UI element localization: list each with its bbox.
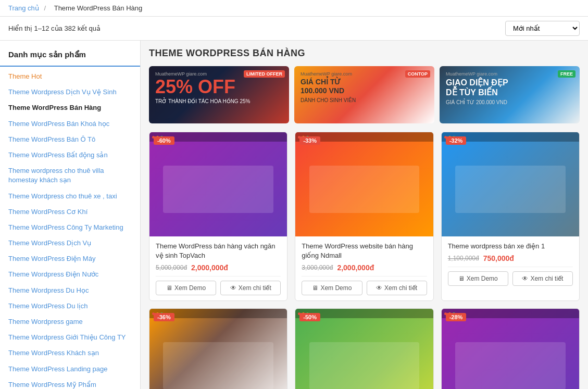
price-new-2: 750,000đ	[483, 254, 514, 262]
discount-badge-2: -32%	[446, 136, 467, 145]
monitor-icon-1: 🖥	[312, 284, 318, 292]
sidebar-item-dich-vu[interactable]: Theme WordPress Dịch Vụ	[0, 235, 140, 251]
product-actions-0: 🖥 Xem Demo 👁 Xem chi tiết	[156, 276, 281, 295]
sidebar-item-bat-dong-san[interactable]: Theme WordPress Bất động sản	[0, 147, 140, 163]
price-old-0: 5,000,000đ	[156, 264, 187, 271]
sidebar-item-villa-homestay[interactable]: Theme wordpress cho thuê villa homestay …	[0, 163, 140, 188]
sidebar-item-dien-may[interactable]: Theme WordPress Điện Máy	[0, 251, 140, 267]
product-card-0[interactable]: -60% Theme WordPress bán hàng vách ngăn …	[149, 132, 287, 301]
product-actions-2: 🖥 Xem Demo 👁 Xem chi tiết	[448, 267, 573, 286]
monitor-icon-0: 🖥	[166, 284, 172, 292]
sidebar: Danh mục sản phẩm Theme Hot Theme Wordpr…	[0, 41, 141, 389]
top-bar: Hiển thị 1–12 của 382 kết quả Mới nhất G…	[0, 17, 588, 41]
sidebar-item-khach-san[interactable]: Theme WordPress Khách sạn	[0, 345, 140, 361]
products-grid: -60% Theme WordPress bán hàng vách ngăn …	[149, 132, 580, 389]
breadcrumb-current: Theme WordPress Bán Hàng	[54, 4, 143, 12]
product-price-2: 1,100,000đ 750,000đ	[448, 254, 573, 262]
breadcrumb-home[interactable]: Trang chủ	[8, 4, 39, 12]
discount-badge-0: -60%	[154, 136, 174, 145]
content-area: THEME WORDPRESS BÁN HÀNG MuathemeWP giar…	[141, 41, 588, 389]
btn-demo-0[interactable]: 🖥 Xem Demo	[156, 281, 216, 295]
product-name-1: Theme WordPress website bán hàng giống N…	[302, 242, 427, 260]
banner-2-big-text: GIÁ CHỈ TỪ100.000 VND	[301, 78, 428, 95]
sidebar-item-dien-nuoc[interactable]: Theme Wordpress Điện Nước	[0, 267, 140, 282]
product-price-0: 5,000,000đ 2,000,000đ	[156, 263, 281, 272]
page-title: THEME WORDPRESS BÁN HÀNG	[149, 48, 580, 59]
sidebar-item-ban-khoa-hoc[interactable]: Theme WordPress Bán Khoá học	[0, 116, 140, 132]
banner-2-sub: DÀNH CHO SINH VIÊN	[301, 97, 428, 103]
monitor-icon-2: 🖥	[458, 275, 465, 282]
banner-3-site: MuathemeWP giare.com	[446, 71, 573, 77]
sidebar-item-du-lich[interactable]: Theme WordPress Du lịch	[0, 298, 140, 314]
product-name-2: Theme wordpress bán xe điện 1	[448, 242, 573, 251]
product-image-5: -28%	[442, 309, 579, 389]
sidebar-title: Danh mục sản phẩm	[0, 46, 140, 67]
btn-demo-1[interactable]: 🖥 Xem Demo	[302, 281, 362, 295]
product-info-2: Theme wordpress bán xe điện 1 1,100,000đ…	[442, 236, 579, 291]
banner-1[interactable]: MuathemeWP giare.com 25% OFF TRỞ THÀNH Đ…	[149, 66, 289, 123]
eye-icon-2: 👁	[522, 275, 528, 282]
sort-select[interactable]: Mới nhất Giá tăng dần Giá giảm dần Phổ b…	[505, 21, 580, 36]
btn-detail-2[interactable]: 👁 Xem chi tiết	[512, 271, 573, 286]
product-price-1: 3,000,000đ 2,000,000đ	[302, 263, 427, 272]
product-card-2[interactable]: -32% Theme wordpress bán xe điện 1 1,100…	[441, 132, 580, 301]
banner-3-sub: GIÁ CHỈ TỪ 200.000 VND	[446, 99, 573, 105]
product-card-4[interactable]: -50% Theme WordPress bán hàng nông sản V…	[295, 308, 433, 389]
banner-1-badge: LIMITED OFFER	[244, 70, 285, 78]
sidebar-item-ban-hang[interactable]: Theme WordPress Bán Hàng	[0, 100, 140, 116]
product-image-3: -36%	[149, 309, 287, 389]
sidebar-item-game[interactable]: Theme Wordpress game	[0, 314, 140, 330]
sidebar-item-marketing[interactable]: Theme WordPress Công Ty Marketing	[0, 220, 140, 235]
price-old-1: 3,000,000đ	[302, 264, 333, 271]
btn-detail-0[interactable]: 👁 Xem chi tiết	[220, 281, 281, 295]
banner-1-sub: TRỞ THÀNH ĐỐI TÁC HOA HỒNG 25%	[155, 98, 283, 104]
discount-badge-1: -33%	[299, 136, 320, 145]
product-actions-1: 🖥 Xem Demo 👁 Xem chi tiết	[302, 276, 427, 295]
product-card-3[interactable]: -36% Theme WordPress nội thất hiện đại 1…	[149, 308, 287, 389]
price-new-0: 2,000,000đ	[191, 263, 228, 272]
product-image-0: -60%	[149, 132, 287, 236]
sidebar-item-ban-o-to[interactable]: Theme WordPress Bán Ô Tô	[0, 132, 140, 147]
breadcrumb-separator: /	[44, 4, 46, 12]
result-info: Hiển thị 1–12 của 382 kết quả	[8, 24, 101, 32]
banners-row: MuathemeWP giare.com 25% OFF TRỞ THÀNH Đ…	[149, 66, 580, 123]
discount-badge-4: -50%	[299, 313, 320, 321]
product-image-2: -32%	[442, 132, 579, 236]
product-card-5[interactable]: -28% Theme WordPress bán đồ ăn Nhật chuẩ…	[441, 308, 580, 389]
product-card-1[interactable]: -33% Theme WordPress website bán hàng gi…	[295, 132, 433, 301]
product-info-0: Theme WordPress bán hàng vách ngăn vệ si…	[149, 236, 287, 300]
eye-icon-1: 👁	[376, 284, 382, 292]
price-new-1: 2,000,000đ	[337, 263, 374, 272]
banner-3[interactable]: MuathemeWP giare.com GIAO DIỆN ĐẸPDỄ TÙY…	[440, 66, 580, 123]
sidebar-item-gioi-thieu-cong-ty[interactable]: Theme Wordpress Giới Thiệu Công TY	[0, 330, 140, 345]
main-layout: Danh mục sản phẩm Theme Hot Theme Wordpr…	[0, 41, 588, 389]
banner-2[interactable]: MuathemeWP giare.com GIÁ CHỈ TỪ100.000 V…	[294, 66, 434, 123]
sidebar-item-my-pham[interactable]: Theme WordPress Mỹ Phẩm	[0, 377, 140, 389]
sidebar-item-theme-hot[interactable]: Theme Hot	[0, 69, 140, 84]
sidebar-item-cho-thue-xe[interactable]: Theme Wordpress cho thuê xe , taxi	[0, 189, 140, 204]
banner-3-big-text: GIAO DIỆN ĐẸPDỄ TÙY BIẾN	[446, 78, 573, 97]
banner-2-badge: CONTOP	[405, 70, 430, 78]
breadcrumb: Trang chủ / Theme WordPress Bán Hàng	[0, 0, 588, 17]
price-old-2: 1,100,000đ	[448, 255, 479, 262]
product-name-0: Theme WordPress bán hàng vách ngăn vệ si…	[156, 242, 281, 260]
discount-badge-5: -28%	[446, 313, 467, 321]
sidebar-item-dich-vu-ve-sinh[interactable]: Theme Wordpress Dịch Vụ Vệ Sinh	[0, 84, 140, 100]
sidebar-item-du-hoc[interactable]: Theme Wordpress Du Học	[0, 283, 140, 298]
btn-demo-2[interactable]: 🖥 Xem Demo	[448, 271, 508, 286]
sidebar-item-landing-page[interactable]: Theme WordPress Landing page	[0, 361, 140, 377]
product-info-1: Theme WordPress website bán hàng giống N…	[295, 236, 433, 300]
eye-icon-0: 👁	[230, 284, 236, 292]
product-image-1: -33%	[295, 132, 433, 236]
banner-1-big-text: 25% OFF	[155, 78, 283, 96]
banner-3-badge: FREE	[558, 70, 576, 78]
btn-detail-1[interactable]: 👁 Xem chi tiết	[367, 281, 427, 295]
sidebar-item-co-khi[interactable]: Theme WordPress Cơ Khí	[0, 204, 140, 220]
product-image-4: -50%	[295, 309, 433, 389]
discount-badge-3: -36%	[154, 313, 174, 321]
